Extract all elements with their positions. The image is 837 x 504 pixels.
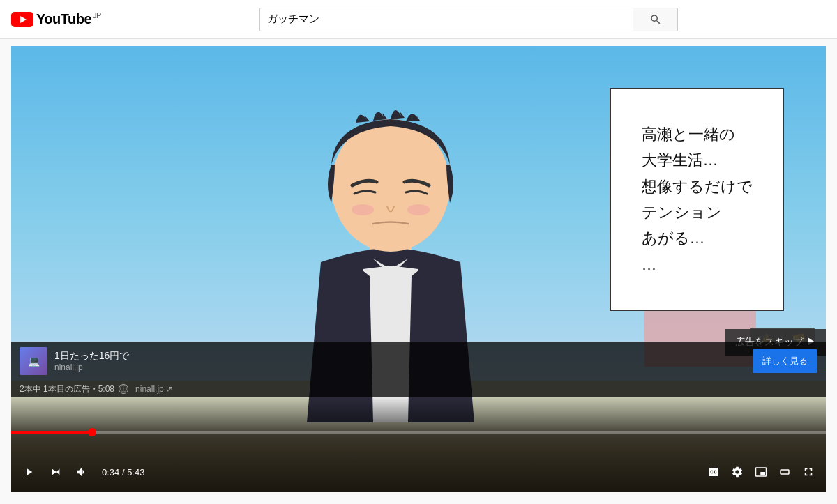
- next-button[interactable]: [46, 463, 64, 481]
- ad-text-area: 1日たった16円で ninall.jp: [54, 350, 746, 372]
- cc-button[interactable]: [704, 463, 723, 481]
- svg-point-3: [331, 119, 450, 252]
- ad-info-bar: 💻 1日たった16円で ninall.jp 詳しく見る: [11, 342, 826, 381]
- time-display: 0:34 / 5:43: [102, 467, 144, 478]
- ad-thumbnail: 💻: [20, 347, 47, 375]
- search-button[interactable]: [633, 8, 678, 31]
- search-area: [259, 8, 678, 31]
- ad-info-icon[interactable]: ⓘ: [119, 384, 128, 394]
- miniplayer-icon: [755, 466, 767, 478]
- ad-domain: ninall.jp: [54, 362, 746, 372]
- svg-point-5: [407, 204, 430, 215]
- miniplayer-button[interactable]: [752, 463, 770, 481]
- progress-fill: [11, 431, 92, 434]
- youtube-logo-icon: [11, 12, 33, 27]
- speech-bubble: 高瀬と一緒の大学生活…想像するだけでテンションあがる……: [610, 88, 784, 311]
- logo-text-main: YouTube: [36, 11, 91, 26]
- volume-button[interactable]: [73, 463, 91, 481]
- next-icon: [49, 466, 61, 478]
- cc-icon: [707, 466, 720, 478]
- progress-bar[interactable]: [11, 431, 826, 434]
- ad-details-button[interactable]: 詳しく見る: [753, 349, 817, 373]
- ad-count-bar: 2本中 1本目の広告・5:08 ⓘ ninall.jp ↗: [11, 381, 826, 397]
- video-player[interactable]: 高瀬と一緒の大学生活…想像するだけでテンションあがる…… 👍 👎 広告をスキップ…: [11, 46, 826, 492]
- theater-icon: [778, 466, 791, 478]
- settings-button[interactable]: [728, 463, 746, 481]
- search-icon: [649, 13, 662, 26]
- theater-button[interactable]: [776, 463, 794, 481]
- controls-row: 0:34 / 5:43: [20, 463, 817, 481]
- search-input[interactable]: [259, 8, 633, 31]
- svg-point-4: [352, 204, 374, 215]
- logo-area[interactable]: YouTubeJP: [11, 11, 101, 27]
- main-content: 高瀬と一緒の大学生活…想像するだけでテンションあがる…… 👍 👎 広告をスキップ…: [0, 39, 837, 499]
- ad-domain-link: ninall.jp ↗: [135, 384, 173, 394]
- fullscreen-icon: [802, 466, 815, 478]
- speech-text: 高瀬と一緒の大学生活…想像するだけでテンションあがる……: [642, 121, 753, 277]
- play-button[interactable]: [20, 463, 38, 481]
- ad-domain-text: ninall.jp: [54, 362, 83, 372]
- fullscreen-button[interactable]: [799, 463, 817, 481]
- header: YouTubeJP: [0, 0, 837, 39]
- progress-dot: [88, 428, 96, 436]
- ad-title: 1日たった16円で: [54, 350, 746, 362]
- logo-suffix: JP: [93, 11, 101, 20]
- ad-count-text: 2本中 1本目の広告・5:08: [20, 383, 114, 395]
- play-icon: [22, 466, 35, 478]
- logo-title: YouTubeJP: [36, 11, 101, 27]
- volume-icon: [75, 466, 88, 478]
- right-controls: [704, 463, 817, 481]
- settings-icon: [731, 466, 744, 478]
